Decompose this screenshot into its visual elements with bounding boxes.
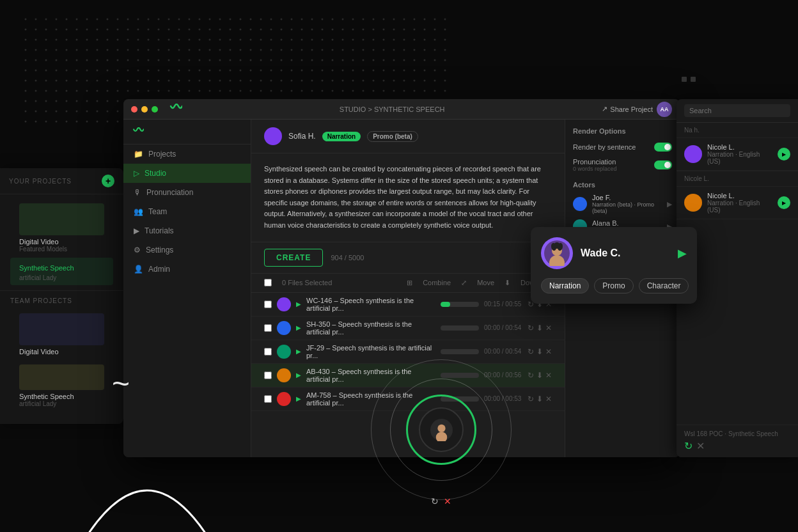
toolbar-actions: ⊞ Combine ⤢ Move ⬇ Download [407,279,552,287]
table-row: ▶ SH-350 – Speech synthesis is the artif… [251,317,565,340]
app-logo [169,104,182,113]
sidebar-item-settings[interactable]: ⚙ Settings [123,240,251,260]
sidebar-item-label: Tutorials [145,226,174,235]
file-checkbox-1[interactable] [264,301,272,308]
file-waveform-5 [441,396,479,402]
refresh-icon[interactable]: ↻ [528,347,534,356]
download-file-icon[interactable]: ⬇ [536,371,543,380]
team-project-thumbnail-2 [19,364,104,390]
wade-tag-promo[interactable]: Promo [594,278,633,293]
close-icon[interactable]: ✕ [545,324,552,332]
file-checkbox-3[interactable] [264,348,272,356]
file-play-5[interactable]: ▶ [296,395,301,402]
rp-search-input[interactable] [684,104,790,117]
close-icon[interactable]: ✕ [545,395,552,403]
rp-play-2[interactable]: ▶ [778,196,790,209]
rp-search-area [677,99,798,123]
project-item-digital-video[interactable]: Digital Video Featured Models [10,199,113,256]
close-icon[interactable]: ✕ [545,347,552,356]
file-actions-3: ↻ ⬇ ✕ [528,347,552,356]
refresh-icon[interactable]: ↻ [528,395,534,403]
file-play-2[interactable]: ▶ [296,324,301,331]
create-button[interactable]: CREATE [264,249,323,267]
team-project-synthetic-speech[interactable]: Synthetic Speech artificial Lady [10,361,113,411]
user-avatar[interactable]: AA [657,102,672,117]
project-user-name: Sofia H. [288,132,316,141]
download-file-icon[interactable]: ⬇ [536,395,543,403]
project-thumbnail [19,203,104,235]
file-time-5: 00:00 / 00:53 [484,395,522,402]
team-project-thumbnail [19,313,104,345]
wade-tag-character[interactable]: Character [639,278,689,293]
share-project-button[interactable]: ↗ Share Project [602,105,653,113]
file-avatar-3 [277,345,291,359]
your-projects-list: Digital Video Featured Models Synthetic … [0,194,123,290]
minimize-button[interactable] [141,106,148,113]
download-file-icon[interactable]: ⬇ [536,347,543,356]
rp-actor-name-1: Nicole L. [707,143,772,151]
close-icon[interactable]: ✕ [545,371,552,380]
wade-tag-narration[interactable]: Narration [541,278,589,293]
window-dot-1 [682,77,687,82]
promo-badge[interactable]: Promo (beta) [367,131,418,142]
rp-actor-info-1: Nicole L. Narration · English (US) [707,143,772,165]
file-checkbox-5[interactable] [264,395,272,403]
circle-refresh[interactable]: ↻ [431,496,439,506]
file-avatar-5 [277,392,291,406]
table-row: ▶ AM-758 – Speech synthesis is the artif… [251,387,565,411]
pronunciation-toggle[interactable] [654,160,672,169]
team-project-name: Digital Video [19,348,104,356]
rp-section-label: Na h. [677,123,798,138]
close-button[interactable] [131,106,137,113]
download-file-icon[interactable]: ⬇ [536,324,543,332]
download-icon[interactable]: ⬇ [505,279,510,287]
svg-point-5 [554,242,560,249]
rp-play-1[interactable]: ▶ [778,148,790,160]
file-actions-4: ↻ ⬇ ✕ [528,371,552,380]
render-by-sentence-label: Render by sentence [573,143,636,151]
share-label: Share Project [610,106,653,113]
move-label[interactable]: Move [477,279,494,287]
project-item-synthetic-speech[interactable]: Synthetic Speech artificial Lady [10,258,113,285]
sidebar-item-projects[interactable]: 📁 Projects [123,145,251,164]
team-project-digital-video[interactable]: Digital Video [10,309,113,359]
maximize-button[interactable] [152,106,158,113]
file-time-1: 00:15 / 00:55 [484,301,522,308]
sidebar-item-label: Team [148,207,167,216]
sidebar-logo-area [123,120,251,145]
file-play-4[interactable]: ▶ [296,372,301,379]
combine-label[interactable]: Combine [423,279,451,287]
file-play-1[interactable]: ▶ [296,301,301,308]
team-projects-section: TEAM PROJECTS Digital Video Synthetic Sp… [0,290,123,415]
sidebar-item-studio[interactable]: ▷ Studio [123,164,251,183]
file-play-3[interactable]: ▶ [296,348,301,355]
sidebar-item-admin[interactable]: 👤 Admin [123,260,251,279]
expand-icon[interactable]: ⤢ [461,279,467,287]
rp-section-label-2: Nicole L. [677,171,798,187]
sidebar-item-tutorials[interactable]: ▶ Tutorials [123,221,251,240]
wade-play-button[interactable]: ▶ [678,246,687,260]
render-by-sentence-toggle[interactable] [654,143,672,152]
file-time-2: 00:00 / 00:54 [484,324,522,331]
new-project-button[interactable]: + [102,175,114,187]
file-avatar-1 [277,297,291,311]
sidebar-item-pronunciation[interactable]: 🎙 Pronunciation [123,183,251,202]
sidebar-item-team[interactable]: 👥 Team [123,202,251,221]
pronunciation-sub: 0 words replaced [573,166,617,172]
refresh-icon[interactable]: ↻ [528,371,534,380]
circle-close[interactable]: ✕ [444,496,451,506]
rp-footer-x[interactable]: ✕ [696,440,705,452]
file-checkbox-4[interactable] [264,372,272,379]
refresh-icon[interactable]: ↻ [528,324,534,332]
share-icon: ↗ [602,105,607,113]
content-area: Sofia H. Narration Promo (beta) Synthesi… [251,120,565,457]
select-all-checkbox[interactable] [264,279,272,286]
file-checkbox-2[interactable] [264,324,272,332]
rp-actor-sub-1: Narration · English (US) [707,151,772,165]
char-count: 904 / 5000 [331,254,364,262]
rp-footer-play[interactable]: ↻ [684,440,692,452]
table-row: ▶ JF-29 – Speech synthesis is the artifi… [251,340,565,364]
actor-play-1[interactable]: ▶ [667,200,672,208]
combine-icon[interactable]: ⊞ [407,279,412,287]
narration-badge[interactable]: Narration [322,132,361,141]
